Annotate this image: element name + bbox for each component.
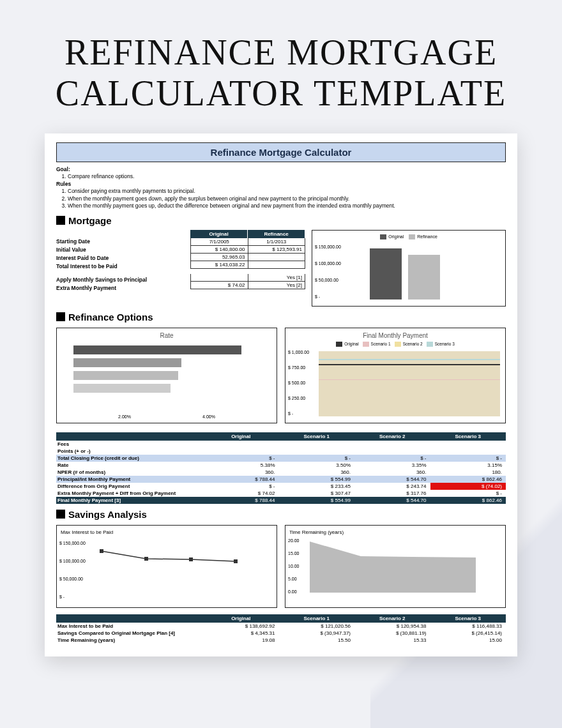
table-row: Final Monthly Payment [3]$ 788.44$ 554.9…	[56, 497, 506, 504]
svg-marker-4	[310, 542, 476, 593]
svg-rect-2	[189, 557, 193, 561]
table-row: NPER (# of months)360.360.360.180.	[56, 469, 506, 476]
table-row: Savings Compared to Original Mortgage Pl…	[56, 630, 506, 637]
svg-rect-1	[144, 557, 148, 561]
section-title-savings: Savings Analysis	[68, 509, 147, 520]
table-row: Rate5.38%3.50%3.35%3.15%	[56, 462, 506, 469]
table-row: Max Interest to be Paid$ 138,692.92$ 121…	[56, 623, 506, 630]
table-row: Extra Monthly Payment + Diff from Orig P…	[56, 490, 506, 497]
rules-label: Rules	[56, 181, 71, 187]
svg-rect-0	[100, 549, 103, 553]
table-row: Difference from Orig Payment$ -$ 233.45$…	[56, 483, 506, 490]
section-title-options: Refinance Options	[68, 312, 153, 322]
final-payment-chart: Final Monthly Payment Original Scenario …	[285, 328, 506, 423]
max-interest-chart: Max Interest to be Paid $ 150,000.00 $ 1…	[56, 525, 277, 608]
goal-label: Goal:	[56, 166, 70, 172]
table-row: Total Closing Price (credit or due)$ -$ …	[56, 455, 506, 462]
table-row: Fees	[56, 441, 506, 448]
table-row: Time Remaining (years)19.0815.5015.3315.…	[56, 637, 506, 644]
svg-rect-3	[234, 559, 238, 563]
table-row: Principal/Int Monthly Payment$ 788.44$ 5…	[56, 476, 506, 483]
mortgage-labels: Starting Date Initial Value Interest Pai…	[56, 230, 184, 307]
scenario-table: Original Scenario 1 Scenario 2 Scenario …	[56, 432, 506, 504]
rule-item: Consider paying extra monthly payments t…	[68, 188, 506, 195]
goal-rules-block: Goal: Compare refinance options. Rules C…	[56, 166, 506, 210]
page-title: REFINANCE MORTGAGE CALCULATOR TEMPLATE	[0, 0, 562, 133]
section-marker-icon	[56, 216, 65, 225]
section-marker-icon	[56, 510, 65, 519]
mortgage-table: OriginalRefinance 7/1/20051/1/2013 $ 140…	[190, 230, 305, 307]
rule-item: When the monthly payment goes down, appl…	[68, 195, 506, 202]
savings-table: Original Scenario 1 Scenario 2 Scenario …	[56, 614, 506, 644]
sheet-header: Refinance Mortgage Calculator	[56, 142, 506, 162]
mortgage-bar-chart: Original Refinance $ 150,000.00 $ 100,00…	[312, 230, 506, 307]
rate-chart: Rate 2.00%4.00%	[56, 328, 277, 423]
table-row: Points (+ or -)	[56, 448, 506, 455]
rule-item: When the monthly payment goes up, deduct…	[68, 202, 506, 209]
section-title-mortgage: Mortgage	[68, 215, 112, 226]
section-marker-icon	[56, 312, 65, 321]
goal-item: Compare refinance options.	[68, 173, 506, 180]
time-remaining-chart: Time Remaining (years) 20.00 15.00 10.00…	[285, 525, 506, 608]
template-sheet: Refinance Mortgage Calculator Goal: Comp…	[45, 133, 517, 656]
